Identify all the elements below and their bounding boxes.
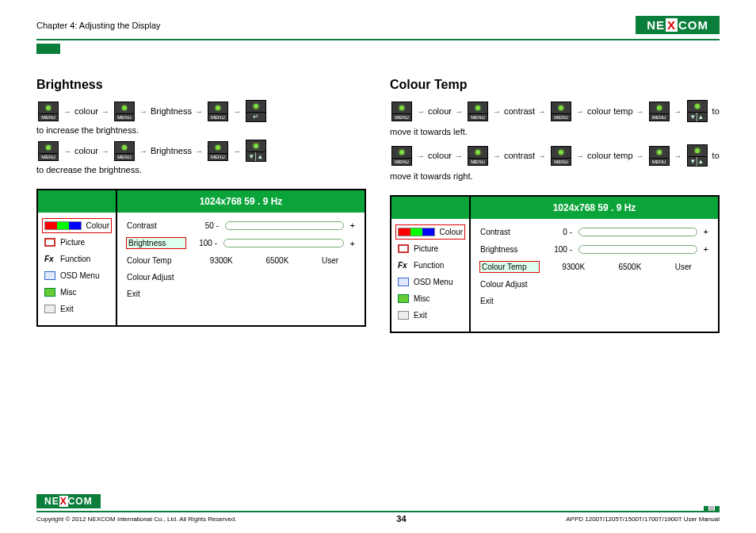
section-title: Colour Temp (390, 78, 720, 92)
sidebar-item-colour[interactable]: Colour (396, 225, 464, 239)
colourtemp-row[interactable]: Colour Temp 9300K6500KUser (480, 262, 708, 272)
brightness-section: Brightness MENU → colour → MENU → Bright… (36, 78, 366, 333)
contrast-row[interactable]: Contrast 50 - + (127, 220, 355, 230)
exit-row[interactable]: Exit (127, 290, 355, 298)
sidebar-item-misc[interactable]: Misc (396, 292, 464, 305)
sidebar-item-colour[interactable]: Colour (43, 219, 111, 232)
step-row: MENU → colour → MENU → contrast → MENU →… (390, 144, 720, 167)
brightness-row[interactable]: Brightness 100 - + (127, 238, 355, 248)
sidebar-item-function[interactable]: FxFunction (43, 252, 111, 266)
step-row: MENU → colour → MENU → Brightness → MENU… (36, 100, 366, 135)
menu-button[interactable]: MENU (647, 146, 671, 166)
manual-text: APPD 1200T/1205T/1500T/1700T/1900T User … (566, 516, 720, 523)
sidebar-item-exit[interactable]: Exit (396, 309, 464, 322)
colourtemp-row[interactable]: Colour Temp 9300K6500KUser (127, 256, 355, 265)
menu-button[interactable]: MENU (390, 102, 414, 121)
section-title: Brightness (36, 78, 366, 92)
osd-sidebar: Colour Picture FxFunction OSD Menu Misc … (391, 197, 471, 332)
menu-button[interactable]: MENU (549, 102, 573, 121)
osd-resolution: 1024x768 59 . 9 Hz (471, 197, 718, 219)
menu-button[interactable]: MENU (36, 102, 60, 121)
page-footer: NEXCOM Copyright © 2012 NEXCOM Internati… (36, 494, 720, 523)
step-row: MENU → colour → MENU → contrast → MENU →… (390, 100, 720, 122)
adjust-button[interactable]: ▾│▴ (685, 144, 709, 167)
menu-button[interactable]: MENU (647, 102, 671, 121)
exit-row[interactable]: Exit (480, 297, 708, 305)
accent-box (36, 44, 60, 54)
menu-button[interactable]: MENU (36, 141, 60, 161)
adjust-button[interactable]: ↵ (244, 100, 268, 122)
osd-panel-brightness: Colour Picture FxFunction OSD Menu Misc … (36, 189, 366, 327)
page-number: 34 (396, 514, 406, 523)
page-header: Chapter 4: Adjusting the Display NEXCOM (36, 16, 720, 40)
menu-button[interactable]: MENU (390, 146, 414, 166)
sidebar-item-function[interactable]: FxFunction (396, 259, 464, 272)
colourtemp-section: Colour Temp MENU → colour → MENU → contr… (390, 78, 720, 333)
nexcom-logo: NEXCOM (636, 16, 720, 34)
contrast-row[interactable]: Contrast 0 - + (480, 227, 708, 236)
menu-button[interactable]: MENU (466, 102, 490, 121)
menu-button[interactable]: MENU (206, 102, 230, 121)
osd-resolution: 1024x768 59 . 9 Hz (117, 190, 365, 213)
brightness-row[interactable]: Brightness 100 - + (480, 244, 708, 254)
menu-button[interactable]: MENU (113, 102, 136, 121)
menu-button[interactable]: MENU (549, 146, 573, 166)
menu-button[interactable]: MENU (466, 146, 490, 166)
chapter-title: Chapter 4: Adjusting the Display (36, 21, 161, 30)
sidebar-item-exit[interactable]: Exit (43, 302, 111, 316)
sidebar-item-osdmenu[interactable]: OSD Menu (43, 269, 111, 282)
arrow-icon: → (63, 107, 71, 116)
step-row: MENU → colour → MENU → Brightness → MENU… (36, 140, 366, 174)
colouradjust-row[interactable]: Colour Adjust (480, 280, 708, 289)
adjust-button[interactable]: ▾│▴ (685, 100, 709, 122)
menu-button[interactable]: MENU (113, 141, 136, 161)
copyright-text: Copyright © 2012 NEXCOM International Co… (36, 516, 237, 523)
colouradjust-row[interactable]: Colour Adjust (127, 273, 355, 282)
osd-sidebar: Colour Picture FxFunction OSD Menu Misc … (38, 190, 117, 325)
sidebar-item-picture[interactable]: Picture (396, 242, 464, 255)
sidebar-item-osdmenu[interactable]: OSD Menu (396, 275, 464, 289)
sidebar-item-misc[interactable]: Misc (43, 286, 111, 299)
osd-panel-colourtemp: Colour Picture FxFunction OSD Menu Misc … (390, 195, 720, 333)
footer-logo: NEXCOM (36, 494, 101, 508)
adjust-button[interactable]: ▾│▴ (244, 140, 268, 162)
menu-button[interactable]: MENU (206, 141, 230, 161)
sidebar-item-picture[interactable]: Picture (43, 236, 111, 249)
footer-squares-icon (704, 506, 720, 511)
